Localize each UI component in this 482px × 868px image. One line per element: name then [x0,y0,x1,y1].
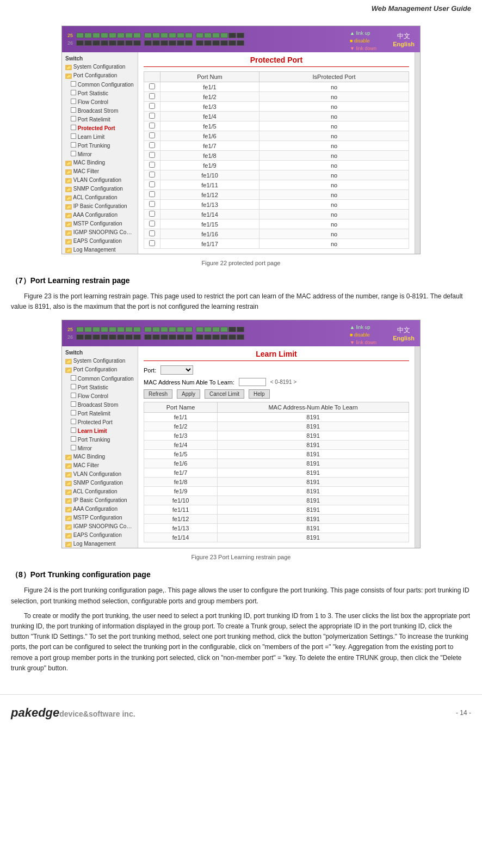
sidebar-item-ipbasic-2[interactable]: 📁 IP Basic Configuration [62,496,138,505]
row-checkbox[interactable] [144,161,160,170]
row-checkbox[interactable] [144,180,160,190]
sidebar-item-portcfg-1[interactable]: 📁 Port Configuration [62,71,138,80]
port-checkbox[interactable] [149,162,155,168]
sidebar-item-mirror-2[interactable]: Mirror [62,444,138,453]
sidebar-item-portstat-1[interactable]: Port Statistic [62,89,138,97]
port-checkbox[interactable] [149,221,155,227]
sidebar-item-vlan-2[interactable]: 📁 VLAN Configuration [62,470,138,479]
row-portnum: fe1/17 [160,239,259,249]
row-checkbox[interactable] [144,151,160,161]
port-checkbox[interactable] [149,93,155,99]
sidebar-item-macfilt-2[interactable]: 📁 MAC Filter [62,461,138,470]
port-checkbox[interactable] [149,152,155,158]
sidebar-item-igmp-2[interactable]: 📁 IGMP SNOOPING Config... [62,522,138,531]
port-checkbox[interactable] [149,132,155,138]
sidebar-item-porttrunk-1[interactable]: Port Trunking [62,141,138,150]
sidebar-item-igmp-1[interactable]: 📁 IGMP SNOOPING Config... [62,228,138,237]
row-portname: fe1/4 [144,441,218,450]
sidebar-item-commoncfg-1[interactable]: Common Configuration [62,80,138,89]
sidebar-item-protectedport-1[interactable]: Protected Port [62,124,138,132]
sidebar-item-eaps-1[interactable]: 📁 EAPS Configuration [62,237,138,246]
sidebar-item-vlan-1[interactable]: 📁 VLAN Configuration [62,176,138,185]
sidebar-item-snmp-1[interactable]: 📁 SNMP Configuration [62,185,138,193]
port-checkbox[interactable] [149,83,155,89]
port-checkbox[interactable] [149,230,155,236]
sidebar-item-macfilt-1[interactable]: 📁 MAC Filter [62,167,138,176]
sidebar-item-syscfg-1[interactable]: 📁 System Configuration [62,63,138,71]
row-checkbox[interactable] [144,200,160,210]
sidebar-item-ratelimit-1[interactable]: Port Ratelimit [62,115,138,124]
row-checkbox[interactable] [144,121,160,131]
sidebar-item-switch-2[interactable]: Switch [62,349,138,357]
row-isprotected: no [259,229,409,239]
sidebar-item-macbind-1[interactable]: 📁 MAC Binding [62,158,138,167]
row-checkbox[interactable] [144,131,160,141]
sidebar-item-log-1[interactable]: 📁 Log Management [62,246,138,254]
sidebar-item-porttrunk-2[interactable]: Port Trunking [62,435,138,444]
sidebar-item-aaa-1[interactable]: 📁 AAA Configuration [62,211,138,219]
row-checkbox[interactable] [144,170,160,180]
port-checkbox[interactable] [149,201,155,207]
row-checkbox[interactable] [144,190,160,200]
row-checkbox[interactable] [144,239,160,249]
sidebar-item-portcfg-2[interactable]: 📁 Port Configuration [62,365,138,374]
sidebar-item-acl-2[interactable]: 📁 ACL Configuration [62,487,138,496]
refresh-button[interactable]: Refresh [144,389,172,399]
table-row: fe1/8 no [144,151,409,161]
sidebar-item-broadcast-1[interactable]: Broadcast Strom [62,106,138,115]
row-checkbox[interactable] [144,102,160,112]
sidebar-item-macbind-2[interactable]: 📁 MAC Binding [62,453,138,461]
port-checkbox[interactable] [149,211,155,217]
row-portnum: fe1/1 [160,82,259,92]
learn-limit-table: Port Name MAC Address-Num Able To Learn … [144,402,409,542]
sidebar-item-aaa-2[interactable]: 📁 AAA Configuration [62,505,138,514]
port-checkbox[interactable] [149,142,155,148]
apply-button[interactable]: Apply [177,389,200,399]
sidebar-item-ipbasic-1[interactable]: 📁 IP Basic Configuration [62,202,138,211]
row-portnum: fe1/6 [160,131,259,141]
sidebar-item-flowctrl-1[interactable]: Flow Control [62,97,138,106]
sidebar-item-learnlimit-2[interactable]: Learn Limit [62,426,138,435]
row-checkbox[interactable] [144,82,160,92]
sidebar-item-mirror-1[interactable]: Mirror [62,150,138,158]
port-checkbox[interactable] [149,103,155,109]
port-checkbox[interactable] [149,123,155,129]
row-checkbox[interactable] [144,229,160,239]
sidebar-item-protectedport-2[interactable]: Protected Port [62,418,138,426]
row-checkbox[interactable] [144,92,160,102]
port-checkbox[interactable] [149,240,155,246]
port-select[interactable] [160,365,193,375]
lang-selector-2[interactable]: 中文 English [393,326,415,341]
lang-selector-1[interactable]: 中文 English [393,32,415,47]
sidebar-item-commoncfg-2[interactable]: Common Configuration [62,374,138,383]
sidebar-item-ratelimit-2[interactable]: Port Ratelimit [62,409,138,418]
sidebar-item-broadcast-2[interactable]: Broadcast Strom [62,400,138,409]
row-portnum: fe1/2 [160,92,259,102]
sidebar-item-snmp-2[interactable]: 📁 SNMP Configuration [62,479,138,487]
sidebar-item-acl-1[interactable]: 📁 ACL Configuration [62,193,138,202]
scrollbar-1[interactable] [415,52,420,254]
sidebar-item-learnlimit-1[interactable]: Learn Limit [62,132,138,141]
sidebar-item-portstat-2[interactable]: Port Statistic [62,383,138,392]
sidebar-item-eaps-2[interactable]: 📁 EAPS Configuration [62,531,138,540]
help-button[interactable]: Help [249,389,270,399]
sidebar-item-log-2[interactable]: 📁 Log Management [62,540,138,548]
sidebar-item-mstp-2[interactable]: 📁 MSTP Configuration [62,514,138,522]
port-checkbox[interactable] [149,191,155,197]
sidebar-item-switch-1[interactable]: Switch [62,54,138,63]
row-portname: fe1/9 [144,487,218,496]
cancel-limit-button[interactable]: Cancel Limit [205,389,244,399]
row-checkbox[interactable] [144,141,160,151]
row-checkbox[interactable] [144,112,160,121]
sidebar-item-flowctrl-2[interactable]: Flow Control [62,392,138,400]
port-checkbox[interactable] [149,172,155,178]
row-checkbox[interactable] [144,219,160,229]
port-checkbox[interactable] [149,181,155,187]
sidebar-item-mstp-1[interactable]: 📁 MSTP Configuration [62,219,138,228]
sidebar-item-syscfg-2[interactable]: 📁 System Configuration [62,357,138,365]
row-checkbox[interactable] [144,210,160,219]
scrollbar-2[interactable] [415,346,420,548]
port-label: Port: [144,367,156,374]
port-checkbox[interactable] [149,113,155,119]
mac-num-input[interactable]: 0 [239,378,266,386]
